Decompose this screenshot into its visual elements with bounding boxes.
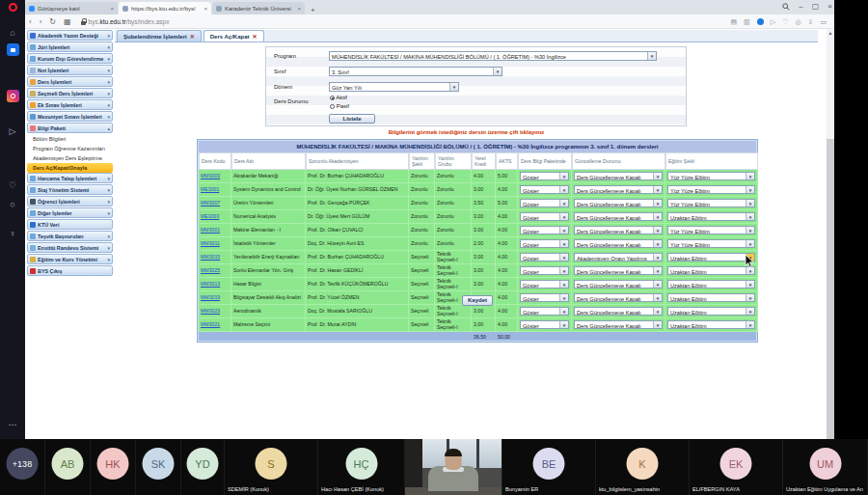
dropdown-arrow-icon[interactable]: ▾ <box>559 186 568 193</box>
course-code-link[interactable]: MM3013 <box>201 282 220 287</box>
radio-aktif[interactable]: Aktif <box>330 95 347 100</box>
package-select[interactable]: Göster▾ <box>520 307 569 316</box>
sidebar-item-7[interactable]: Mezuniyet Sınavı İşlemleri▾ <box>27 111 113 122</box>
update-status-select[interactable]: Ders Güncellemeye Kapalı▾ <box>574 226 663 234</box>
course-code-link[interactable]: MM3019 <box>201 295 220 300</box>
participant-tile-1[interactable]: AB <box>45 439 91 495</box>
update-status-select[interactable]: Ders Güncellemeye Kapalı▾ <box>574 239 663 248</box>
sidebar-item-14[interactable]: Staj Yönetim Sistemi▾ <box>27 184 113 195</box>
sidebar-item-8[interactable]: Bilgi Paketi▴ <box>27 123 113 133</box>
dropdown-arrow-icon[interactable]: ▾ <box>559 267 568 274</box>
sidebar-item-2[interactable]: Kurum Dışı Görevlendirme▾ <box>27 53 113 64</box>
education-select[interactable]: Yüz Yüze Eğitim▾ <box>667 172 755 180</box>
app-tab-1[interactable]: Ders Aç/Kapat✕ <box>203 30 264 41</box>
table-row[interactable]: ME3001System Dynamics and ControlDr. Öğr… <box>199 183 756 197</box>
browser-tab-0[interactable]: Görüşmeye katıl× <box>25 2 118 14</box>
radio-aktif-icon[interactable] <box>330 96 335 100</box>
sidebar-item-3[interactable]: Not İşlemleri▾ <box>27 65 113 75</box>
table-row[interactable]: MM3011İstatistik YöntemlerDoç. Dr. Hüsey… <box>199 237 756 251</box>
page-scrollbar[interactable]: ▲ <box>827 29 834 439</box>
update-status-select[interactable]: Ders Güncellemeye Kapalı▾ <box>574 280 663 289</box>
instagram-icon[interactable] <box>0 90 25 102</box>
education-select[interactable]: Yüz Yüze Eğitim▾ <box>667 185 755 194</box>
home-icon[interactable]: ⌂ <box>0 28 25 38</box>
sidebar-item-15[interactable]: Öğrenci İşlemleri▾ <box>27 196 113 206</box>
participant-tile-4[interactable]: YD <box>181 439 225 495</box>
update-status-select[interactable]: Ders Güncellemeye Kapalı▾ <box>574 320 663 329</box>
sidebar-item-0[interactable]: Akademik Yazım Desteği▾ <box>27 30 113 41</box>
bookmarks-heart-icon[interactable]: ♡ <box>782 18 788 26</box>
participant-tile-8[interactable]: BEBunyamin ER <box>502 439 596 495</box>
update-status-select[interactable]: Akademisyen Onayı Yapılmış▾ <box>574 253 663 261</box>
dropdown-arrow-icon[interactable]: ▾ <box>559 213 568 220</box>
browser-tab-2[interactable]: Karadeniz Teknik Üniversi× <box>212 2 305 14</box>
radio-pasif-icon[interactable] <box>330 104 335 109</box>
dropdown-arrow-icon[interactable]: ▾ <box>653 227 662 234</box>
update-status-select[interactable]: Ders Güncellemeye Kapalı▾ <box>574 307 663 316</box>
new-tab-button[interactable]: + <box>306 6 320 14</box>
education-select[interactable]: Uzaktan Eğitim▾ <box>667 307 755 316</box>
education-select[interactable]: Uzaktan Eğitim▾ <box>667 212 755 221</box>
snapshot-icon[interactable]: ▤ <box>730 18 737 26</box>
participant-tile-0[interactable]: +138 <box>0 439 45 495</box>
package-select[interactable]: Göster▾ <box>520 185 569 194</box>
dropdown-arrow-icon[interactable]: ▾ <box>559 227 568 234</box>
update-status-select[interactable]: Ders Güncellemeye Kapalı▾ <box>574 185 663 194</box>
tab-close-icon[interactable]: × <box>297 6 301 12</box>
sidebar-subitem-9[interactable]: Bölüm Bilgileri <box>27 134 113 144</box>
table-row[interactable]: MM3003Akışkanlar MekaniğiProf. Dr. Burha… <box>199 170 756 183</box>
participant-tile-3[interactable]: SK <box>136 439 181 495</box>
table-row[interactable]: MM3007Üretim YöntemleriProf. Dr. Gençağa… <box>199 197 756 210</box>
dropdown-arrow-icon[interactable]: ▾ <box>653 267 662 274</box>
sidebar-subitem-11[interactable]: Akademisyen Ders Eşleştirme <box>27 153 113 163</box>
education-select[interactable]: Uzaktan Eğitim▾ <box>667 293 755 302</box>
kaydet-button[interactable]: Kaydet <box>462 295 493 306</box>
course-code-link[interactable]: MM3015 <box>201 255 220 260</box>
sidebar-item-1[interactable]: Jüri İşlemleri▾ <box>27 41 113 52</box>
education-select[interactable]: Uzaktan Eğitim▾ <box>667 320 755 329</box>
dropdown-arrow-icon[interactable]: ▾ <box>653 240 662 247</box>
sidebar-item-20[interactable]: Eğitim ve Kurs Yönetimi▾ <box>27 254 113 264</box>
dropdown-arrow-icon[interactable]: ▾ <box>559 294 568 301</box>
course-code-link[interactable]: MM3021 <box>201 322 220 327</box>
dropdown-arrow-icon[interactable]: ▾ <box>746 267 754 274</box>
participant-tile-7[interactable] <box>405 439 502 495</box>
dropdown-arrow-icon[interactable]: ▾ <box>746 213 754 220</box>
minimize-button[interactable]: – <box>799 1 802 13</box>
participant-tile-9[interactable]: Kktu_bilgiislem_yasinsahin <box>596 439 690 495</box>
participant-tile-2[interactable]: HK <box>91 439 136 495</box>
update-status-select[interactable]: Ders Güncellemeye Kapalı▾ <box>574 212 663 221</box>
listele-button[interactable]: Listele <box>329 114 375 124</box>
history-clock-icon[interactable]: ○ <box>0 200 25 209</box>
tab-close-icon[interactable]: × <box>110 6 114 12</box>
package-select[interactable]: Göster▾ <box>520 199 569 207</box>
reload-button[interactable]: ↻ <box>45 17 60 26</box>
education-select[interactable]: Yüz Yüze Eğitim▾ <box>667 239 755 248</box>
dropdown-arrow-icon[interactable]: ▾ <box>746 240 754 247</box>
package-select[interactable]: Göster▾ <box>520 226 569 234</box>
easy-setup-icon[interactable]: ♀ <box>0 229 25 238</box>
dropdown-arrow-icon[interactable]: ▾ <box>653 200 662 206</box>
close-button[interactable]: × <box>827 1 832 13</box>
sidebar-item-21[interactable]: BYS Çıkış <box>27 265 113 276</box>
course-code-link[interactable]: MM3003 <box>201 174 220 179</box>
course-code-link[interactable]: MM3023 <box>201 309 220 314</box>
sidebar-item-16[interactable]: Diğer İşlemler▾ <box>27 207 113 218</box>
course-code-link[interactable]: MM3007 <box>201 201 220 206</box>
scrollbar-thumb[interactable] <box>827 38 834 139</box>
favorites-heart-icon[interactable]: ♡ <box>0 180 25 190</box>
opera-menu-button[interactable] <box>0 0 25 14</box>
panels-icon[interactable]: ▭ <box>820 18 827 26</box>
address-bar[interactable]: bys.ktu.edu.tr/bys/index.aspx <box>81 18 170 25</box>
app-tab-close-icon[interactable]: ✕ <box>190 33 195 40</box>
dropdown-arrow-icon[interactable]: ▾ <box>559 173 568 179</box>
sinif-select[interactable]: 3. Sınıf▾ <box>329 67 502 76</box>
education-select[interactable]: Yüz Yüze Eğitim▾ <box>667 199 755 207</box>
scrollbar-up-icon[interactable]: ▲ <box>827 29 834 38</box>
package-select[interactable]: Göster▾ <box>520 320 569 329</box>
sidebar-item-17[interactable]: KTÜ Veri <box>27 219 113 230</box>
dropdown-arrow-icon[interactable]: ▾ <box>746 186 754 193</box>
dropdown-arrow-icon[interactable]: ▾ <box>653 281 662 288</box>
package-select[interactable]: Göster▾ <box>520 239 569 248</box>
dropdown-arrow-icon[interactable]: ▾ <box>653 321 662 328</box>
